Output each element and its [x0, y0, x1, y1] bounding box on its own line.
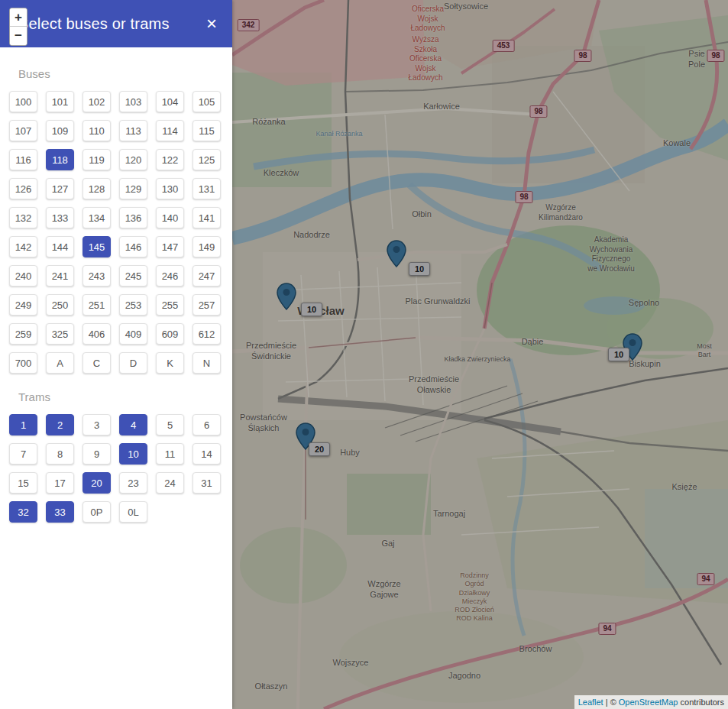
vehicle-line-plate[interactable]: 10: [608, 348, 629, 361]
bus-line-button-247[interactable]: 247: [193, 265, 221, 287]
tram-line-button-0P[interactable]: 0P: [83, 501, 111, 523]
bus-line-button-134[interactable]: 134: [83, 207, 111, 228]
bus-line-button-110[interactable]: 110: [83, 120, 111, 141]
bus-line-button-119[interactable]: 119: [83, 149, 111, 170]
bus-line-button-133[interactable]: 133: [46, 207, 74, 228]
bus-line-button-116[interactable]: 116: [9, 149, 37, 170]
tram-line-button-4[interactable]: 4: [119, 414, 147, 435]
bus-line-button-246[interactable]: 246: [156, 265, 184, 287]
bus-line-button-132[interactable]: 132: [9, 207, 37, 228]
bus-line-button-120[interactable]: 120: [119, 149, 147, 170]
zoom-out-button[interactable]: −: [10, 27, 27, 45]
bus-line-button-255[interactable]: 255: [156, 294, 184, 316]
tram-line-button-33[interactable]: 33: [46, 501, 74, 523]
bus-line-button-118[interactable]: 118: [46, 149, 74, 170]
tram-line-button-31[interactable]: 31: [193, 472, 221, 494]
bus-line-button-125[interactable]: 125: [193, 149, 221, 170]
tram-line-button-0L[interactable]: 0L: [119, 501, 147, 523]
bus-line-button-249[interactable]: 249: [9, 294, 37, 316]
tram-line-button-11[interactable]: 11: [156, 443, 184, 465]
pin-icon: [387, 240, 406, 267]
tram-line-button-23[interactable]: 23: [119, 472, 147, 494]
bus-line-button-240[interactable]: 240: [9, 265, 37, 287]
tram-line-button-17[interactable]: 17: [46, 472, 74, 494]
bus-line-button-130[interactable]: 130: [156, 178, 184, 199]
bus-line-button-250[interactable]: 250: [46, 294, 74, 316]
zoom-control: + −: [9, 8, 28, 46]
tram-line-button-10[interactable]: 10: [119, 443, 147, 465]
bus-line-button-241[interactable]: 241: [46, 265, 74, 287]
bus-line-button-114[interactable]: 114: [156, 120, 184, 141]
tram-line-button-20[interactable]: 20: [83, 472, 111, 494]
bus-line-button-406[interactable]: 406: [83, 323, 111, 345]
vehicle-marker-pin[interactable]: [387, 240, 406, 267]
tram-line-button-14[interactable]: 14: [193, 443, 221, 465]
bus-line-button-102[interactable]: 102: [83, 91, 111, 112]
bus-line-button-251[interactable]: 251: [83, 294, 111, 316]
tram-line-button-24[interactable]: 24: [156, 472, 184, 494]
bus-line-button-113[interactable]: 113: [119, 120, 147, 141]
bus-line-button-100[interactable]: 100: [9, 91, 37, 112]
bus-line-button-115[interactable]: 115: [193, 120, 221, 141]
bus-line-button-129[interactable]: 129: [119, 178, 147, 199]
bus-line-button-A[interactable]: A: [46, 352, 74, 374]
bus-line-button-101[interactable]: 101: [46, 91, 74, 112]
tram-line-button-32[interactable]: 32: [9, 501, 37, 523]
map-canvas[interactable]: Oficerska Wojsk ŁadowychWyższa Szkoła Of…: [232, 0, 728, 709]
bus-line-button-259[interactable]: 259: [9, 323, 37, 345]
bus-line-button-149[interactable]: 149: [193, 236, 221, 257]
bus-line-button-147[interactable]: 147: [156, 236, 184, 257]
panel-title: Select buses or trams: [18, 15, 170, 33]
tram-line-button-2[interactable]: 2: [46, 414, 74, 435]
bus-line-button-109[interactable]: 109: [46, 120, 74, 141]
bus-line-button-243[interactable]: 243: [83, 265, 111, 287]
bus-line-button-409[interactable]: 409: [119, 323, 147, 345]
bus-line-button-128[interactable]: 128: [83, 178, 111, 199]
tram-line-button-9[interactable]: 9: [83, 443, 111, 465]
attribution-suffix: contributors: [678, 698, 724, 707]
bus-line-button-257[interactable]: 257: [193, 294, 221, 316]
bus-line-button-C[interactable]: C: [83, 352, 111, 374]
bus-line-button-127[interactable]: 127: [46, 178, 74, 199]
bus-line-button-141[interactable]: 141: [193, 207, 221, 228]
bus-line-button-107[interactable]: 107: [9, 120, 37, 141]
vehicle-line-plate[interactable]: 10: [409, 262, 430, 276]
bus-line-button-609[interactable]: 609: [156, 323, 184, 345]
bus-line-button-104[interactable]: 104: [156, 91, 184, 112]
tram-line-button-15[interactable]: 15: [9, 472, 37, 494]
bus-line-button-612[interactable]: 612: [193, 323, 221, 345]
bus-line-button-K[interactable]: K: [156, 352, 184, 374]
tram-line-button-3[interactable]: 3: [83, 414, 111, 435]
tram-line-button-8[interactable]: 8: [46, 443, 74, 465]
bus-line-button-325[interactable]: 325: [46, 323, 74, 345]
bus-line-button-126[interactable]: 126: [9, 178, 37, 199]
bus-line-button-D[interactable]: D: [119, 352, 147, 374]
bus-line-button-140[interactable]: 140: [156, 207, 184, 228]
vehicle-marker-pin[interactable]: [277, 283, 296, 310]
tram-line-button-7[interactable]: 7: [9, 443, 37, 465]
bus-line-button-142[interactable]: 142: [9, 236, 37, 257]
leaflet-link[interactable]: Leaflet: [578, 698, 603, 707]
bus-line-button-105[interactable]: 105: [193, 91, 221, 112]
zoom-in-button[interactable]: +: [10, 8, 27, 27]
vehicle-line-plate[interactable]: 20: [309, 442, 330, 456]
bus-line-button-136[interactable]: 136: [119, 207, 147, 228]
tram-line-button-6[interactable]: 6: [193, 414, 221, 435]
bus-line-button-146[interactable]: 146: [119, 236, 147, 257]
vehicle-line-plate[interactable]: 10: [301, 303, 322, 316]
close-icon[interactable]: ×: [206, 15, 217, 33]
bus-line-button-144[interactable]: 144: [46, 236, 74, 257]
trams-grid: 12345678910111415172023243132330P0L: [0, 414, 232, 523]
bus-line-button-N[interactable]: N: [193, 352, 221, 374]
bus-line-button-145[interactable]: 145: [83, 236, 111, 257]
bus-line-button-131[interactable]: 131: [193, 178, 221, 199]
osm-link[interactable]: OpenStreetMap: [619, 698, 678, 707]
pin-icon: [277, 283, 296, 310]
bus-line-button-700[interactable]: 700: [9, 352, 37, 374]
tram-line-button-5[interactable]: 5: [156, 414, 184, 435]
bus-line-button-103[interactable]: 103: [119, 91, 147, 112]
bus-line-button-245[interactable]: 245: [119, 265, 147, 287]
tram-line-button-1[interactable]: 1: [9, 414, 37, 435]
bus-line-button-122[interactable]: 122: [156, 149, 184, 170]
bus-line-button-253[interactable]: 253: [119, 294, 147, 316]
